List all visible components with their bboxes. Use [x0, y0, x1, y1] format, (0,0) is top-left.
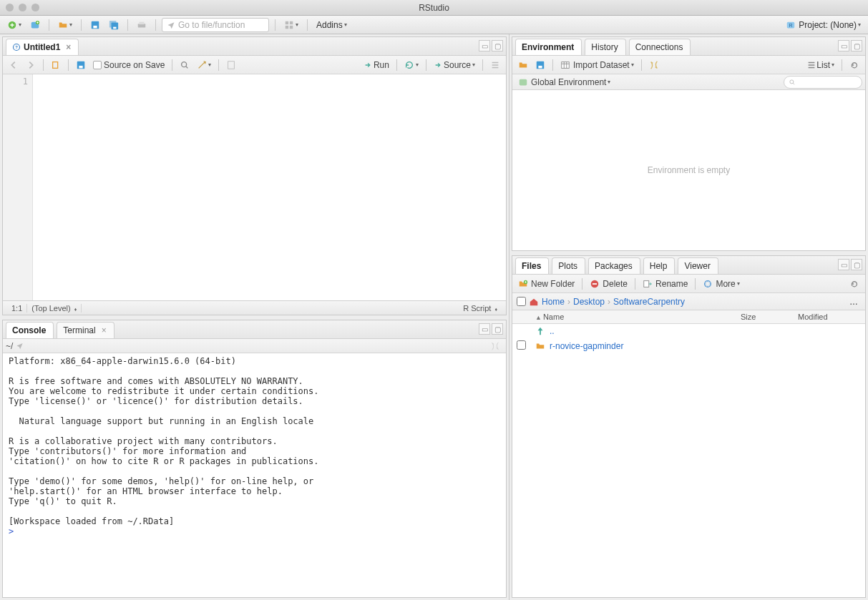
source-editor-pane: ? Untitled1 × ▭ ▢ Source on Save: [2, 36, 507, 315]
files-pane: Files Plots Packages Help Viewer ▭ ▢ New…: [512, 255, 866, 598]
close-tab-icon[interactable]: ×: [66, 42, 71, 52]
show-in-new-window-button[interactable]: [48, 58, 64, 72]
run-button[interactable]: Run: [361, 58, 392, 72]
breadcrumb-home[interactable]: Home: [542, 297, 565, 307]
console-pane: Console Terminal× ▭ ▢ ~/ Platform: x86_6…: [2, 320, 507, 598]
compile-report-button[interactable]: [223, 58, 239, 72]
close-window-icon[interactable]: [6, 4, 14, 11]
svg-rect-9: [140, 21, 145, 24]
tab-connections[interactable]: Connections: [629, 39, 691, 55]
maximize-pane-icon[interactable]: ▢: [492, 323, 503, 335]
svg-rect-18: [53, 62, 58, 68]
minimize-pane-icon[interactable]: ▭: [479, 323, 490, 335]
svg-point-21: [182, 62, 187, 67]
tab-viewer[interactable]: Viewer: [678, 257, 718, 274]
save-file-button[interactable]: [73, 58, 89, 72]
new-folder-button[interactable]: New Folder: [515, 277, 577, 291]
find-button[interactable]: [177, 58, 192, 72]
console-body[interactable]: Platform: x86_64-apple-darwin15.6.0 (64-…: [3, 353, 506, 597]
print-button[interactable]: [134, 18, 150, 32]
maximize-pane-icon[interactable]: ▢: [851, 259, 862, 270]
scope-selector[interactable]: (Top Level) ♦: [27, 304, 82, 313]
close-terminal-icon[interactable]: ×: [102, 325, 107, 335]
home-icon[interactable]: [529, 297, 539, 307]
col-header-size[interactable]: Size: [736, 310, 794, 323]
grid-button[interactable]: ▾: [281, 18, 301, 32]
file-row-checkbox[interactable]: [517, 340, 526, 350]
console-path[interactable]: ~/: [6, 341, 13, 351]
svg-rect-4: [93, 25, 97, 28]
refresh-button[interactable]: [847, 58, 862, 72]
more-button[interactable]: More ▾: [700, 277, 742, 291]
new-file-button[interactable]: ▾: [4, 18, 24, 32]
save-button[interactable]: [87, 18, 103, 32]
tab-environment[interactable]: Environment: [515, 39, 582, 55]
col-header-name[interactable]: ▲Name: [531, 310, 736, 323]
file-row-updir[interactable]: ..: [512, 324, 865, 338]
code-tools-button[interactable]: ▾: [194, 58, 214, 72]
svg-rect-26: [520, 79, 527, 85]
tab-plots[interactable]: Plots: [552, 257, 585, 274]
clear-console-button[interactable]: [487, 339, 503, 353]
open-file-button[interactable]: ▾: [55, 18, 75, 32]
maximize-pane-icon[interactable]: ▢: [492, 40, 503, 51]
back-button[interactable]: [6, 58, 21, 72]
window-titlebar: RStudio: [0, 0, 868, 16]
svg-rect-22: [228, 61, 235, 69]
save-all-button[interactable]: [106, 18, 122, 32]
zoom-window-icon[interactable]: [31, 4, 39, 11]
minimize-pane-icon[interactable]: ▭: [838, 259, 849, 270]
save-workspace-button[interactable]: [532, 58, 548, 72]
load-workspace-button[interactable]: [515, 58, 531, 72]
maximize-pane-icon[interactable]: ▢: [851, 40, 862, 51]
clear-workspace-button[interactable]: [646, 58, 662, 72]
tab-history[interactable]: History: [585, 39, 625, 55]
forward-button[interactable]: [23, 58, 39, 72]
env-search-input[interactable]: [784, 76, 862, 89]
delete-button[interactable]: Delete: [587, 277, 630, 291]
list-view-button[interactable]: List ▾: [804, 58, 837, 72]
tab-help[interactable]: Help: [643, 257, 676, 274]
path-more-button[interactable]: …: [847, 295, 861, 309]
global-env-selector[interactable]: Global Environment ▾: [515, 75, 613, 89]
svg-rect-12: [286, 25, 288, 28]
tab-packages[interactable]: Packages: [588, 257, 640, 274]
svg-text:R: R: [789, 22, 793, 27]
tab-console[interactable]: Console: [6, 322, 54, 338]
tab-files[interactable]: Files: [515, 257, 549, 274]
col-header-modified[interactable]: Modified: [794, 310, 865, 323]
goto-file-input[interactable]: Go to file/function: [162, 18, 269, 32]
file-type-selector[interactable]: R Script ♦: [459, 304, 502, 313]
source-on-save-checkbox[interactable]: Source on Save: [90, 58, 167, 72]
svg-point-27: [790, 79, 794, 83]
minimize-pane-icon[interactable]: ▭: [479, 40, 490, 51]
goto-placeholder: Go to file/function: [178, 20, 245, 30]
workspace: ? Untitled1 × ▭ ▢ Source on Save: [0, 34, 868, 600]
file-row[interactable]: r-novice-gapminder: [512, 338, 865, 354]
tab-untitled1[interactable]: ? Untitled1 ×: [6, 39, 79, 55]
new-project-button[interactable]: [27, 18, 43, 32]
import-dataset-button[interactable]: Import Dataset ▾: [557, 58, 637, 72]
breadcrumb-desktop[interactable]: Desktop: [573, 297, 605, 307]
outline-button[interactable]: [487, 58, 503, 72]
rerun-button[interactable]: ▾: [401, 58, 421, 72]
environment-pane: Environment History Connections ▭ ▢ Impo…: [512, 36, 866, 251]
svg-rect-10: [286, 21, 288, 24]
project-button[interactable]: R Project: (None) ▾: [783, 18, 864, 32]
svg-rect-25: [562, 62, 570, 68]
minimize-window-icon[interactable]: [19, 4, 26, 11]
editor-body[interactable]: 1: [3, 74, 506, 300]
minimize-pane-icon[interactable]: ▭: [838, 40, 849, 51]
addins-button[interactable]: Addins ▾: [313, 18, 350, 32]
env-empty-message: Environment is empty: [512, 90, 865, 250]
svg-rect-20: [79, 65, 82, 68]
source-button[interactable]: Source ▾: [431, 58, 478, 72]
window-title: RStudio: [419, 3, 449, 13]
console-prompt: >: [9, 526, 14, 536]
breadcrumb-folder[interactable]: SoftwareCarpentry: [613, 297, 685, 307]
refresh-files-button[interactable]: [847, 277, 862, 291]
rename-button[interactable]: Rename: [640, 277, 691, 291]
select-all-checkbox[interactable]: [517, 297, 526, 306]
tab-terminal[interactable]: Terminal×: [57, 322, 114, 338]
svg-text:?: ?: [15, 45, 18, 49]
